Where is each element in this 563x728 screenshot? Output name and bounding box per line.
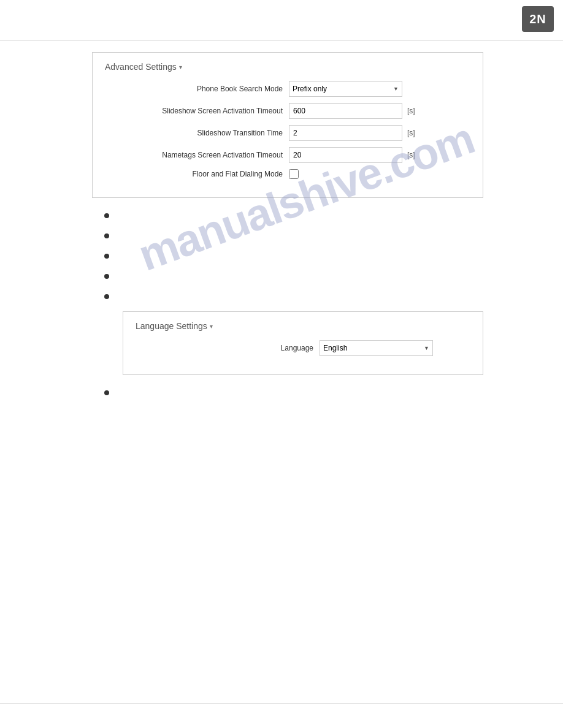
list-item [92,210,483,218]
advanced-settings-chevron: ▾ [179,64,182,70]
floor-flat-dialing-mode-checkbox[interactable] [289,169,299,179]
floor-flat-dialing-mode-control [289,169,299,179]
slideshow-transition-time-unit: [s] [407,129,415,137]
slideshow-activation-timeout-control: [s] [289,103,415,119]
advanced-settings-panel: Advanced Settings ▾ Phone Book Search Mo… [92,52,483,198]
main-content: Advanced Settings ▾ Phone Book Search Mo… [0,46,563,432]
list-item [92,387,483,395]
nametags-activation-timeout-label: Nametags Screen Activation Timeout [105,151,289,159]
floor-flat-dialing-mode-row: Floor and Flat Dialing Mode [105,169,470,179]
language-row: Language English German French Spanish I… [136,340,470,356]
bullets-area-1 [92,210,483,299]
bullet-dot [104,213,109,218]
advanced-settings-header[interactable]: Advanced Settings ▾ [105,62,470,72]
advanced-settings-title: Advanced Settings [105,62,177,72]
slideshow-activation-timeout-input[interactable] [289,103,402,119]
language-settings-title: Language Settings [136,321,207,331]
bullet-dot [104,233,109,238]
phone-book-search-mode-row: Phone Book Search Mode Prefix only Infix… [105,81,470,97]
nametags-activation-timeout-control: [s] [289,147,415,163]
top-divider [0,40,563,40]
slideshow-activation-timeout-unit: [s] [407,107,415,115]
slideshow-transition-time-label: Slideshow Transition Time [105,129,289,137]
bullet-dot [104,274,109,279]
logo-container: 2N [522,6,554,32]
nametags-activation-timeout-unit: [s] [407,151,415,159]
nametags-activation-timeout-row: Nametags Screen Activation Timeout [s] [105,147,470,163]
language-settings-chevron: ▾ [210,323,213,330]
language-control: English German French Spanish Italian [320,340,433,356]
floor-flat-dialing-mode-label: Floor and Flat Dialing Mode [105,170,289,178]
slideshow-activation-timeout-row: Slideshow Screen Activation Timeout [s] [105,103,470,119]
bullet-dot [104,294,109,299]
language-select[interactable]: English German French Spanish Italian [320,340,433,356]
slideshow-activation-timeout-label: Slideshow Screen Activation Timeout [105,107,289,115]
bottom-divider [0,703,563,703]
bullet-dot [104,390,109,395]
nametags-activation-timeout-input[interactable] [289,147,402,163]
phone-book-search-mode-label: Phone Book Search Mode [105,85,289,93]
bullets-area-2 [92,387,483,395]
slideshow-transition-time-control: [s] [289,125,415,141]
2n-logo: 2N [522,6,554,32]
bullet-dot [104,254,109,259]
language-settings-header[interactable]: Language Settings ▾ [136,321,470,331]
phone-book-search-mode-select[interactable]: Prefix only Infix Prefix and Infix [289,81,402,97]
phone-book-search-mode-control: Prefix only Infix Prefix and Infix [289,81,402,97]
slideshow-transition-time-row: Slideshow Transition Time [s] [105,125,470,141]
language-select-wrapper: English German French Spanish Italian [320,340,433,356]
list-item [92,251,483,259]
list-item [92,291,483,299]
language-settings-panel: Language Settings ▾ Language English Ger… [123,311,483,375]
list-item [92,230,483,238]
list-item [92,271,483,279]
language-label: Language [136,344,320,352]
phone-book-search-mode-select-wrapper: Prefix only Infix Prefix and Infix [289,81,402,97]
slideshow-transition-time-input[interactable] [289,125,402,141]
